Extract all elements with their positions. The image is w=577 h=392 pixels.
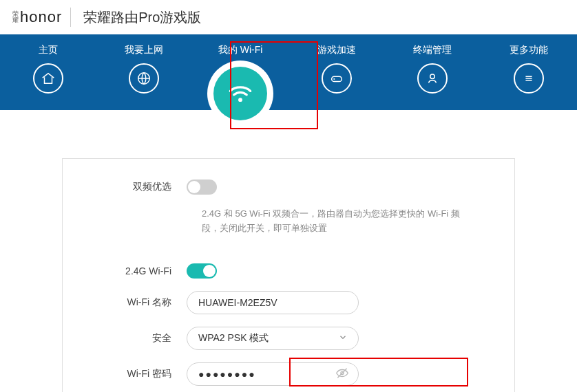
dual-band-toggle[interactable] (187, 179, 217, 195)
eye-off-icon[interactable] (335, 366, 349, 382)
nav-devices[interactable]: 终端管理 (391, 44, 474, 94)
password-input[interactable] (187, 362, 359, 386)
menu-icon (514, 63, 544, 94)
wifi-name-input[interactable] (187, 291, 359, 314)
brand-logo: 荣 耀 honor (12, 8, 62, 26)
wifi-settings-panel: 双频优选 2.4G 和 5G Wi-Fi 双频合一，路由器自动为您选择更快的 W… (62, 158, 515, 392)
home-icon (33, 63, 63, 94)
app-header: 荣 耀 honor 荣耀路由Pro游戏版 (0, 0, 577, 34)
dual-band-help: 2.4G 和 5G Wi-Fi 双频合一，路由器自动为您选择更快的 Wi-Fi … (202, 207, 463, 236)
divider (70, 8, 71, 27)
wifi-name-label: Wi-Fi 名称 (83, 296, 187, 309)
nav-internet[interactable]: 我要上网 (103, 44, 185, 94)
svg-rect-2 (331, 76, 342, 81)
security-select[interactable] (187, 327, 359, 350)
nav-label: 主页 (39, 44, 58, 56)
nav-label: 我要上网 (125, 44, 163, 56)
annotation-highlight (230, 41, 318, 129)
gamepad-icon (322, 63, 352, 94)
brand-text: honor (20, 8, 62, 26)
wifi24-toggle[interactable] (187, 263, 217, 279)
globe-icon (129, 63, 159, 94)
nav-label: 游戏加速 (317, 44, 356, 56)
security-label: 安全 (83, 332, 187, 345)
nav-label: 终端管理 (413, 44, 452, 56)
svg-point-3 (430, 74, 434, 78)
wifi24-label: 2.4G Wi-Fi (83, 265, 187, 276)
user-icon (417, 63, 448, 94)
nav-label: 更多功能 (510, 44, 548, 56)
dual-band-label: 双频优选 (83, 181, 187, 193)
nav-home[interactable]: 主页 (7, 44, 90, 94)
product-title: 荣耀路由Pro游戏版 (83, 8, 201, 27)
nav-more[interactable]: 更多功能 (487, 44, 570, 94)
password-label: Wi-Fi 密码 (83, 368, 187, 380)
